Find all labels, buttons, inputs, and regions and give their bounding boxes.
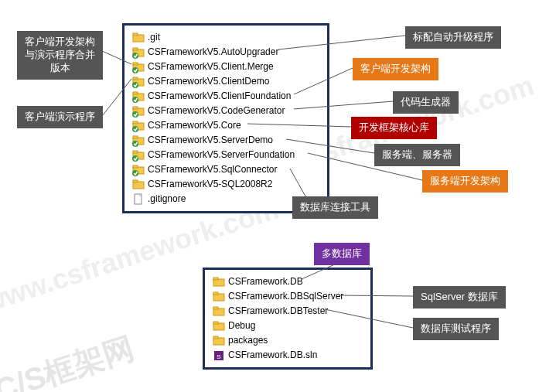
folder-git-icon (132, 46, 145, 59)
svg-rect-27 (133, 165, 138, 168)
folder-icon (213, 320, 225, 332)
item-label: CSFramework.DB (228, 274, 303, 289)
item-label: CSFramework.DBTester (228, 304, 328, 319)
callout-multidb: 多数据库 (314, 243, 370, 265)
list-item[interactable]: CSFramework.DBSqlServer (213, 289, 363, 304)
svg-rect-33 (213, 278, 218, 280)
callout-core: 开发框架核心库 (351, 117, 437, 139)
folder-panel-top: .git CSFrameworkV5.AutoUpgrader CSFramew… (122, 23, 329, 213)
folder-icon (213, 291, 225, 303)
list-item[interactable]: CSFramework.DB (213, 274, 363, 289)
list-item[interactable]: CSFrameworkV5.ClientDemo (132, 74, 319, 89)
folder-git-icon (132, 120, 145, 132)
callout-client-merge: 客户端开发架构 与演示程序合并 版本 (17, 31, 103, 80)
list-item[interactable]: CSFrameworkV5.Core (132, 118, 319, 133)
list-item[interactable]: CSFrameworkV5.ServerFoundation (132, 148, 319, 162)
svg-rect-24 (133, 151, 138, 153)
callout-sqlserver: SqlServer 数据库 (413, 286, 506, 308)
item-label: CSFrameworkV5.SqlConnector (148, 162, 277, 177)
folder-icon (213, 305, 225, 318)
item-label: CSFrameworkV5.AutoUpgrader (148, 45, 278, 60)
item-label: CSFrameworkV5.ClientDemo (148, 74, 269, 89)
list-item[interactable]: CSFrameworkV5.Client.Merge (132, 60, 319, 74)
folder-git-icon (132, 76, 145, 88)
svg-rect-35 (213, 292, 218, 295)
svg-rect-1 (133, 33, 138, 36)
list-item[interactable]: .git (132, 30, 319, 45)
callout-server: 服务端、服务器 (374, 144, 460, 166)
svg-rect-39 (213, 322, 218, 324)
item-label: .git (148, 30, 160, 45)
item-label: .gitignore (148, 192, 186, 206)
callout-dbtester: 数据库测试程序 (413, 318, 499, 340)
folder-panel-bottom: CSFramework.DB CSFramework.DBSqlServer C… (203, 268, 373, 370)
list-item[interactable]: CSFrameworkV5.ClientFoundation (132, 89, 319, 104)
svg-rect-6 (133, 63, 138, 65)
svg-rect-41 (213, 336, 218, 339)
svg-text:S: S (217, 353, 220, 360)
callout-sqlconn: 数据库连接工具 (292, 196, 378, 219)
callout-auto-upgrader: 标配自动升级程序 (405, 26, 501, 49)
item-label: packages (228, 333, 268, 348)
item-label: CSFramework.DB.sln (228, 348, 317, 363)
item-label: CSFrameworkV5.ClientFoundation (148, 89, 291, 104)
list-item[interactable]: packages (213, 333, 363, 348)
svg-rect-37 (213, 307, 218, 309)
item-label: CSFrameworkV5.Core (148, 118, 241, 133)
folder-icon (132, 179, 145, 191)
list-item[interactable]: CSFrameworkV5.SqlConnector (132, 162, 319, 177)
svg-rect-3 (133, 48, 138, 50)
callout-client-fx: 客户端开发架构 (353, 58, 438, 80)
list-item[interactable]: CSFrameworkV5.ServerDemo (132, 133, 319, 148)
item-label: CSFrameworkV5.ServerFoundation (148, 148, 295, 162)
folder-git-icon (132, 61, 145, 73)
list-item[interactable]: .gitignore (132, 192, 319, 206)
list-item[interactable]: CSFrameworkV5.AutoUpgrader (132, 45, 319, 60)
folder-git-icon (132, 149, 145, 162)
sln-icon: S (213, 349, 225, 362)
list-item[interactable]: SCSFramework.DB.sln (213, 348, 363, 363)
folder-git-icon (132, 164, 145, 176)
svg-rect-15 (133, 107, 138, 109)
item-label: CSFrameworkV5-SQL2008R2 (148, 177, 272, 192)
svg-rect-21 (133, 136, 138, 138)
file-icon (132, 193, 145, 206)
callout-client-demo: 客户端演示程序 (17, 106, 103, 128)
list-item[interactable]: CSFrameworkV5-SQL2008R2 (132, 177, 319, 192)
svg-rect-9 (133, 77, 138, 80)
folder-icon (213, 276, 225, 288)
list-item[interactable]: CSFrameworkV5.CodeGenerator (132, 104, 319, 118)
svg-rect-30 (133, 180, 138, 182)
callout-server-fx: 服务端开发架构 (422, 170, 508, 193)
item-label: Debug (228, 319, 255, 333)
list-item[interactable]: CSFramework.DBTester (213, 304, 363, 319)
item-label: CSFrameworkV5.ServerDemo (148, 133, 273, 148)
folder-git-icon (132, 135, 145, 147)
svg-rect-12 (133, 92, 138, 94)
callout-codegen: 代码生成器 (393, 91, 459, 114)
folder-icon (213, 335, 225, 347)
watermark-cn: C/S框架网 (0, 327, 140, 392)
folder-git-icon (132, 105, 145, 118)
svg-rect-18 (133, 121, 138, 124)
list-item[interactable]: Debug (213, 319, 363, 333)
item-label: CSFrameworkV5.CodeGenerator (148, 104, 285, 118)
folder-git-icon (132, 90, 145, 103)
item-label: CSFramework.DBSqlServer (228, 289, 343, 304)
folder-icon (132, 32, 145, 44)
item-label: CSFrameworkV5.Client.Merge (148, 60, 274, 74)
